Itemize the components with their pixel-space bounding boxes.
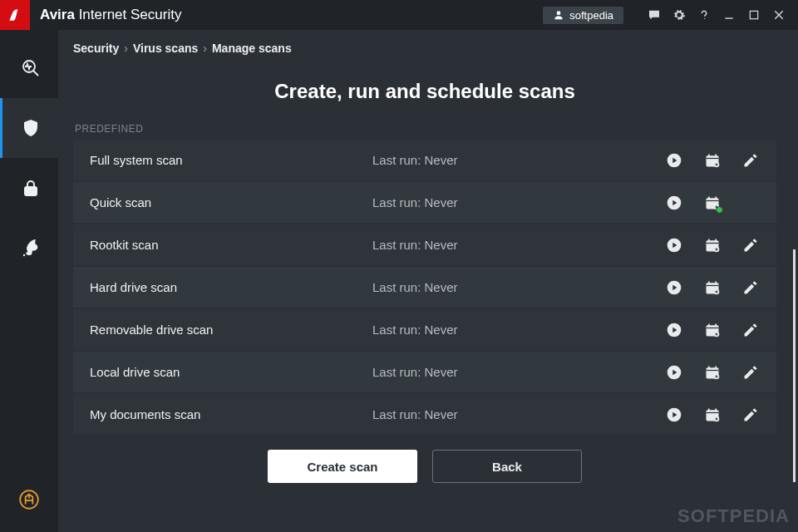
- nav-upgrade[interactable]: [0, 479, 58, 520]
- page-title: Create, run and schedule scans: [73, 80, 776, 103]
- play-icon[interactable]: [665, 406, 683, 424]
- play-icon[interactable]: [665, 321, 683, 339]
- nav-privacy[interactable]: [0, 158, 58, 218]
- gear-icon[interactable]: [667, 0, 692, 30]
- user-account-button[interactable]: softpedia: [543, 7, 623, 24]
- chevron-right-icon: ›: [203, 42, 207, 55]
- scan-list: Full system scanLast run: NeverQuick sca…: [73, 140, 776, 436]
- scan-row[interactable]: Full system scanLast run: Never: [73, 140, 776, 180]
- scan-name: Rootkit scan: [90, 238, 372, 252]
- scan-name: Quick scan: [90, 195, 372, 209]
- content-area: Security › Virus scans › Manage scans Cr…: [58, 30, 798, 532]
- schedule-icon[interactable]: [703, 151, 722, 170]
- edit-icon[interactable]: [741, 151, 760, 170]
- scan-row-actions: [665, 151, 760, 170]
- titlebar: Avira Internet Security softpedia: [0, 0, 798, 30]
- scan-row[interactable]: Quick scanLast run: Never: [73, 182, 776, 223]
- edit-icon[interactable]: [741, 406, 760, 424]
- svg-point-0: [557, 11, 561, 15]
- play-icon[interactable]: [665, 151, 683, 170]
- edit-icon[interactable]: [741, 278, 760, 297]
- scan-name: Removable drive scan: [90, 323, 372, 337]
- scan-name: Hard drive scan: [90, 280, 372, 294]
- scan-name: My documents scan: [90, 407, 372, 421]
- minimize-icon[interactable]: [717, 0, 741, 30]
- schedule-icon[interactable]: [703, 194, 722, 212]
- schedule-icon[interactable]: [703, 278, 722, 297]
- user-name: softpedia: [569, 9, 613, 22]
- scheduled-indicator: [716, 206, 723, 214]
- scan-row[interactable]: Rootkit scanLast run: Never: [73, 224, 776, 265]
- scan-row-actions: [665, 363, 760, 382]
- schedule-icon[interactable]: [703, 406, 722, 424]
- play-icon[interactable]: [665, 278, 683, 297]
- edit-icon[interactable]: [741, 236, 760, 254]
- create-scan-button[interactable]: Create scan: [268, 450, 417, 483]
- nav-rail: [0, 30, 58, 532]
- scan-status: Last run: Never: [372, 323, 665, 337]
- scan-status: Last run: Never: [372, 365, 665, 379]
- scan-status: Last run: Never: [372, 195, 665, 209]
- chevron-right-icon: ›: [124, 42, 128, 55]
- schedule-icon[interactable]: [703, 363, 722, 382]
- svg-rect-5: [750, 11, 757, 18]
- schedule-icon[interactable]: [703, 321, 722, 339]
- feedback-icon[interactable]: [642, 0, 667, 30]
- svg-rect-1: [651, 12, 658, 13]
- svg-point-3: [704, 18, 705, 19]
- help-icon[interactable]: [692, 0, 717, 30]
- breadcrumb-mid[interactable]: Virus scans: [133, 42, 198, 55]
- edit-icon[interactable]: [741, 321, 760, 339]
- scan-status: Last run: Never: [372, 153, 665, 167]
- play-icon[interactable]: [665, 363, 683, 382]
- close-icon[interactable]: [766, 0, 791, 30]
- app-title: Avira Internet Security: [40, 7, 181, 23]
- footer-buttons: Create scan Back: [73, 436, 776, 483]
- scan-row[interactable]: Removable drive scanLast run: Never: [73, 309, 776, 350]
- svg-line-9: [33, 71, 38, 76]
- scan-row-actions: [665, 321, 760, 339]
- maximize-icon[interactable]: [741, 0, 766, 30]
- scan-name: Local drive scan: [90, 365, 372, 379]
- scrollbar[interactable]: [793, 249, 796, 482]
- scan-row-actions: [665, 194, 760, 212]
- scan-row[interactable]: My documents scanLast run: Never: [73, 394, 776, 435]
- scan-row-actions: [665, 236, 760, 254]
- svg-point-12: [26, 253, 27, 254]
- svg-point-11: [22, 254, 24, 256]
- scan-row[interactable]: Local drive scanLast run: Never: [73, 352, 776, 392]
- play-icon[interactable]: [665, 194, 683, 212]
- schedule-icon[interactable]: [703, 236, 722, 254]
- nav-security[interactable]: [0, 98, 58, 158]
- svg-rect-2: [651, 14, 655, 15]
- play-icon[interactable]: [665, 236, 683, 254]
- scan-row[interactable]: Hard drive scanLast run: Never: [73, 267, 776, 308]
- breadcrumb: Security › Virus scans › Manage scans: [73, 38, 776, 63]
- back-button[interactable]: Back: [432, 450, 582, 483]
- scan-row-actions: [665, 406, 760, 424]
- scan-name: Full system scan: [90, 153, 372, 167]
- avira-logo: [0, 0, 30, 30]
- edit-icon[interactable]: [741, 363, 760, 382]
- nav-status[interactable]: [0, 38, 58, 98]
- scan-status: Last run: Never: [372, 280, 665, 294]
- breadcrumb-leaf: Manage scans: [212, 42, 292, 55]
- svg-rect-10: [25, 187, 37, 195]
- scan-status: Last run: Never: [372, 407, 665, 421]
- nav-performance[interactable]: [0, 218, 58, 278]
- scan-status: Last run: Never: [372, 238, 665, 252]
- scan-row-actions: [665, 278, 760, 297]
- section-label-predefined: PREDEFINED: [73, 123, 776, 135]
- breadcrumb-root[interactable]: Security: [73, 42, 119, 55]
